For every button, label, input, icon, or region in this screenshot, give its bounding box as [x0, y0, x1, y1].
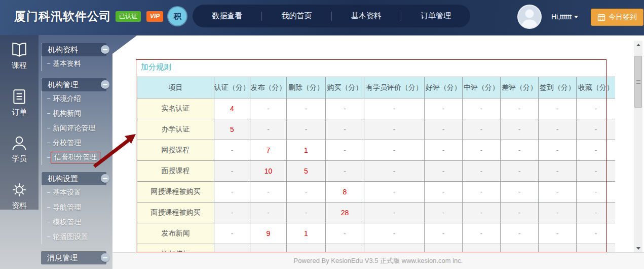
column-header: 差评（分）: [501, 77, 539, 98]
sidebar-item-org-news[interactable]: 机构新闻: [42, 106, 106, 121]
value-cell: -: [501, 223, 539, 244]
sidebar-group-org-settings: 机构设置 基本设置 导航管理 模板管理 轮播图设置: [42, 172, 106, 244]
avatar[interactable]: [517, 5, 542, 29]
triangle-up-icon: [636, 44, 640, 46]
daily-signin-button[interactable]: 今日签到: [591, 9, 643, 26]
value-cell: 5: [250, 244, 287, 253]
rail-item-label: 资料: [12, 201, 27, 211]
table-row: 添加横幅-54-------: [137, 244, 616, 253]
row-label-cell: 发布新闻: [137, 223, 214, 244]
value-cell: -: [425, 140, 463, 161]
panel-title: 加分规则: [141, 62, 171, 72]
value-cell: -: [539, 244, 577, 253]
user-menu[interactable]: Hi,tttttt: [551, 13, 578, 21]
value-cell: -: [364, 182, 425, 203]
value-cell: -: [425, 98, 463, 119]
value-cell: -: [425, 203, 463, 223]
column-header: 中评（分）: [463, 77, 501, 98]
value-cell: -: [364, 119, 425, 140]
value-cell: 1: [287, 140, 326, 161]
sidebar-item-branch-manage[interactable]: 分校管理: [42, 136, 106, 150]
collapse-minus-icon[interactable]: [101, 253, 109, 262]
value-cell: -: [287, 119, 326, 140]
table-row: 网授课程-71-------: [137, 140, 616, 161]
table-row: 发布新闻-91-------: [137, 223, 616, 244]
sidebar-group-header[interactable]: 机构资料: [42, 43, 106, 56]
person-silhouette-icon: [518, 6, 541, 28]
sidebar-item-news-comments[interactable]: 新闻评论管理: [42, 121, 106, 136]
row-label-cell: 实名认证: [137, 98, 214, 119]
value-cell: -: [501, 98, 539, 119]
vertical-scrollbar[interactable]: [634, 41, 642, 252]
gear-icon: [11, 181, 28, 198]
scrollbar-thumb[interactable]: [634, 56, 642, 108]
value-cell: -: [539, 98, 577, 119]
value-cell: -: [539, 223, 577, 244]
value-cell: -: [463, 203, 501, 223]
value-cell: 8: [326, 182, 364, 203]
value-cell: -: [287, 98, 326, 119]
sidebar-item-environment[interactable]: 环境介绍: [42, 91, 106, 106]
value-cell: -: [501, 182, 539, 203]
row-label-cell: 面授课程被购买: [137, 203, 214, 223]
value-cell: -: [501, 244, 539, 253]
row-label-cell: 网授课程被购买: [137, 182, 214, 203]
value-cell: -: [326, 161, 364, 182]
column-header: 认证（分）: [214, 77, 250, 98]
footer-text: Powered By KesionEdu V3.5 正式版 www.kesion…: [294, 256, 463, 265]
rail-item-label: 课程: [12, 61, 27, 71]
sidebar-group-org-manage: 机构管理 环境介绍 机构新闻 新闻评论管理 分校管理 信誉积分管理: [42, 78, 106, 165]
rail-item-orders[interactable]: 订单: [11, 88, 28, 117]
rail-item-courses[interactable]: 课程: [11, 41, 28, 71]
value-cell: -: [214, 223, 250, 244]
sidebar-item-credit-points[interactable]: 信誉积分管理: [42, 150, 106, 165]
column-header: 项目: [137, 77, 214, 98]
value-cell: -: [214, 244, 250, 253]
collapse-minus-icon[interactable]: [101, 174, 109, 183]
table-header-row: 项目认证（分）发布（分）删除（分）购买（分）有学员评价（分）好评（分）中评（分）…: [137, 77, 616, 98]
score-table: 项目认证（分）发布（分）删除（分）购买（分）有学员评价（分）好评（分）中评（分）…: [137, 77, 615, 252]
value-cell: -: [214, 182, 250, 203]
value-cell: -: [425, 182, 463, 203]
book-icon: [11, 41, 28, 58]
row-label-cell: 网授课程: [137, 140, 214, 161]
nav-item-order-manage[interactable]: 订单管理: [401, 11, 470, 21]
column-header: 收藏（分）: [577, 77, 616, 98]
nav-item-data-view[interactable]: 数据查看: [193, 11, 261, 21]
sidebar-item-basic-settings[interactable]: 基本设置: [42, 185, 106, 200]
points-icon[interactable]: 积: [168, 7, 186, 25]
sidebar-item-basic-info[interactable]: 基本资料: [42, 56, 106, 71]
value-cell: -: [539, 203, 577, 223]
scroll-up-button[interactable]: [634, 41, 642, 49]
value-cell: -: [250, 203, 287, 223]
value-cell: 28: [326, 203, 364, 223]
sidebar-group-header[interactable]: 机构管理: [42, 78, 106, 91]
collapse-minus-icon[interactable]: [101, 80, 109, 89]
sidebar-group-org-info: 机构资料 基本资料: [42, 43, 106, 71]
sidebar-item-template-manage[interactable]: 模板管理: [42, 215, 106, 229]
value-cell: -: [425, 223, 463, 244]
verified-badge: 已认证: [116, 11, 141, 22]
sidebar-group-header[interactable]: 消息管理: [41, 251, 106, 264]
rail-item-materials[interactable]: 资料: [11, 181, 28, 211]
greeting-text: Hi,tttttt: [551, 13, 572, 21]
value-cell: -: [425, 161, 463, 182]
nav-item-basic-info[interactable]: 基本资料: [332, 11, 401, 21]
nav-item-my-home[interactable]: 我的首页: [262, 11, 331, 21]
group-title: 机构设置: [48, 174, 78, 183]
value-cell: -: [577, 98, 616, 119]
scroll-down-button[interactable]: [634, 244, 642, 252]
value-cell: -: [250, 182, 287, 203]
value-cell: -: [425, 119, 463, 140]
sidebar-menu: 机构资料 基本资料 机构管理 环境介绍 机构新闻 新闻评论管理 分校管理 信誉积…: [40, 43, 106, 269]
sidebar-item-nav-manage[interactable]: 导航管理: [42, 200, 106, 215]
app-window: 加分规则 项目认证（分）发布（分）删除（分）购买（分）有学员评价（分）好评（分）…: [0, 0, 644, 269]
sidebar-item-carousel-settings[interactable]: 轮播图设置: [42, 229, 106, 244]
value-cell: -: [577, 182, 616, 203]
value-cell: -: [501, 140, 539, 161]
sidebar-group-header[interactable]: 机构设置: [42, 172, 106, 185]
rail-item-students[interactable]: 学员: [11, 134, 28, 164]
value-cell: -: [463, 223, 501, 244]
value-cell: -: [326, 119, 364, 140]
collapse-minus-icon[interactable]: [101, 45, 109, 54]
